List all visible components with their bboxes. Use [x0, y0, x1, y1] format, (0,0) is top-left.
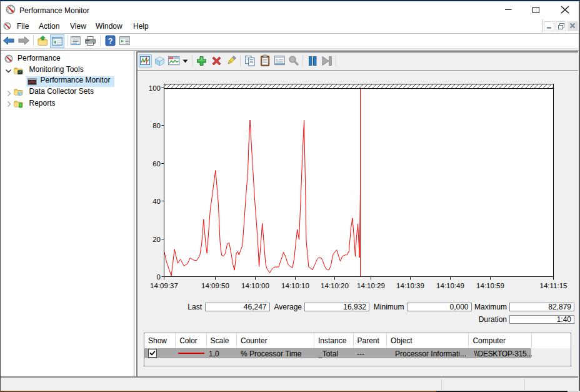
svg-text:14:09:37: 14:09:37	[150, 282, 178, 289]
svg-text:14:10:29: 14:10:29	[357, 282, 385, 289]
svg-text:14:10:59: 14:10:59	[476, 282, 504, 289]
svg-text:14:09:50: 14:09:50	[201, 282, 229, 289]
svg-text:100: 100	[149, 84, 161, 92]
svg-text:20: 20	[152, 236, 161, 243]
svg-text:14:10:49: 14:10:49	[436, 282, 464, 289]
svg-text:60: 60	[152, 160, 161, 168]
svg-text:0: 0	[157, 273, 161, 281]
svg-text:14:10:20: 14:10:20	[321, 282, 349, 289]
svg-text:14:11:15: 14:11:15	[540, 282, 568, 289]
svg-text:14:10:00: 14:10:00	[241, 282, 269, 289]
svg-text:80: 80	[152, 122, 161, 129]
svg-text:?: ?	[108, 37, 113, 46]
svg-text:14:10:39: 14:10:39	[396, 282, 424, 289]
svg-text:14:10:10: 14:10:10	[281, 282, 309, 289]
svg-text:40: 40	[152, 198, 161, 205]
